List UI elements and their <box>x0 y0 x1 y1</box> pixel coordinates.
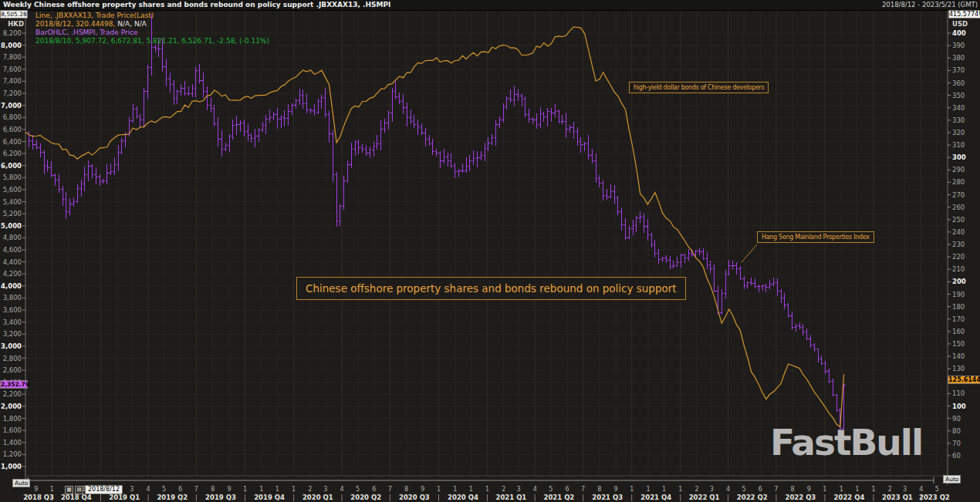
y-axis-auto-button-right[interactable]: Auto <box>943 475 961 483</box>
y-axis-left-tick-label: 1,000 <box>1 463 22 470</box>
ohlc-bar <box>224 143 227 152</box>
y-axis-right-tick-label: 200 <box>952 278 966 285</box>
ohlc-bar <box>372 142 375 157</box>
x-axis-month-label: 4 <box>919 486 923 493</box>
ohlc-bar <box>713 264 716 291</box>
ohlc-bar <box>720 289 723 315</box>
x-axis-month-label: 4 <box>147 486 150 493</box>
x-axis-month-label: 1 <box>437 486 441 493</box>
ohlc-bar <box>235 116 238 135</box>
ohlc-bar <box>765 284 768 291</box>
ohlc-bar <box>458 169 461 177</box>
y-axis-left-tick-label: 1,400 <box>3 439 22 446</box>
x-axis-month-label: 3 <box>903 486 907 493</box>
ohlc-bar <box>376 135 379 150</box>
y-axis-right-tick-label: 390 <box>952 42 965 49</box>
ohlc-bar <box>583 142 586 152</box>
x-axis-month-label: 9 <box>227 486 231 493</box>
ohlc-bar <box>53 174 56 186</box>
annotation-headline[interactable]: Chinese offshore property shares and bon… <box>296 277 686 300</box>
y-axis-left-tick-label: 4,200 <box>3 270 22 278</box>
ohlc-bar <box>32 135 35 150</box>
x-axis-month-label: 8 <box>597 486 601 493</box>
ohlc-bar <box>309 108 313 113</box>
ohlc-bar <box>606 189 609 200</box>
ohlc-bar <box>316 99 319 114</box>
ohlc-bar <box>813 343 816 352</box>
x-axis-quarter-label: 2018 Q4 <box>61 494 92 501</box>
start-date-field[interactable]: 2018/8/12 <box>85 485 123 494</box>
x-axis-month-label: 1 <box>292 486 296 493</box>
ohlc-bar <box>624 218 627 240</box>
ohlc-bar <box>587 135 590 160</box>
y-axis-left-tick-label: 2,200 <box>3 390 22 398</box>
annotation-bonds[interactable]: high-yield dollar bonds of Chinese devel… <box>629 82 769 93</box>
ohlc-bar <box>446 153 449 167</box>
ohlc-bar <box>472 150 475 165</box>
ohlc-bar <box>380 120 383 150</box>
date-range: 2018/8/12 - 2023/5/21 (GMT) <box>882 1 978 8</box>
x-axis-quarter-label: 2018 Q3 <box>23 494 54 501</box>
x-axis-month-label: 6 <box>759 486 762 493</box>
x-axis-quarter-label: 2021 Q3 <box>592 494 623 501</box>
legend-line-values-orange: 2018/8/12, 320.44498, <box>35 20 115 28</box>
ohlc-bar <box>368 147 371 158</box>
y-axis-left-tick-label: 1,600 <box>3 426 22 434</box>
x-axis-quarter-label: 2021 Q4 <box>640 494 671 501</box>
x-axis-month-label: 8 <box>791 486 795 493</box>
y-axis-right-tick-label: 330 <box>952 116 965 124</box>
ohlc-bar <box>65 192 68 219</box>
x-axis-month-label: 1 <box>485 486 489 493</box>
ohlc-bar <box>769 280 772 289</box>
ohlc-bar <box>643 214 646 234</box>
ohlc-bar <box>590 149 593 163</box>
x-axis-quarter-label: 2023 Q1 <box>882 494 913 501</box>
y-axis-right-tick-label: 210 <box>952 265 965 273</box>
ohlc-bar <box>102 179 105 184</box>
x-axis-month-label: 3 <box>130 486 133 493</box>
fastbull-watermark: FastBull <box>770 421 922 463</box>
x-axis-month-label: 1 <box>630 486 634 493</box>
ohlc-bar <box>680 254 683 268</box>
ohlc-bar <box>198 64 201 83</box>
x-axis-quarter-label: 2020 Q1 <box>302 494 333 501</box>
y-axis-right-tick-label: 100 <box>952 403 966 410</box>
calendar-day-icon[interactable]: ▤ <box>75 486 83 494</box>
y-axis-right-tick-label: 260 <box>952 204 965 211</box>
ohlc-bar <box>580 137 583 153</box>
ohlc-bar <box>417 120 420 135</box>
y-axis-left-tick-label: 3,600 <box>3 306 22 314</box>
ohlc-bar <box>598 175 601 187</box>
y-axis-left-tick-label: 5,000 <box>1 222 22 230</box>
x-axis-quarter-label: 2019 Q2 <box>157 494 188 501</box>
y-axis-auto-button-left[interactable]: Auto <box>12 479 30 487</box>
y-axis-right-tick-label: 310 <box>952 141 965 149</box>
y-axis-right-tick-label: 140 <box>952 352 965 360</box>
y-axis-left-tick-label: 6,600 <box>3 126 22 133</box>
x-axis-month-label: 3 <box>323 486 327 493</box>
ohlc-bar <box>106 164 109 184</box>
ohlc-bar <box>254 129 257 147</box>
ohlc-bar <box>783 293 786 309</box>
ohlc-bar <box>668 256 671 268</box>
page-title: Weekly Chinese offshore property shares … <box>3 1 390 8</box>
ohlc-bar <box>94 167 97 184</box>
y-axis-left-tick-label: 5,400 <box>3 198 22 206</box>
annotation-hsmpi[interactable]: Hang Seng Mainland Properties Index <box>757 231 874 243</box>
ohlc-bar <box>835 394 838 411</box>
right-axis-high-badge: 415.57749 <box>948 10 980 19</box>
legend: Line, .JBXXAX13, Trade Price(Last) 2018/… <box>35 12 269 45</box>
ohlc-bar <box>83 167 86 191</box>
calendar-grid-icon[interactable]: ▦ <box>65 486 73 494</box>
ohlc-bar <box>542 112 546 121</box>
ohlc-bar <box>576 127 579 146</box>
y-axis-right-tick-label: 380 <box>952 54 965 62</box>
ohlc-bar <box>609 184 612 198</box>
ohlc-bar <box>617 196 620 216</box>
ohlc-bar <box>246 123 249 141</box>
ohlc-bar <box>213 105 216 126</box>
ohlc-bar <box>79 180 83 197</box>
x-axis-month-label: 7 <box>581 486 585 493</box>
ohlc-bar <box>424 128 427 147</box>
y-axis-right-tick-label: 110 <box>952 389 965 397</box>
